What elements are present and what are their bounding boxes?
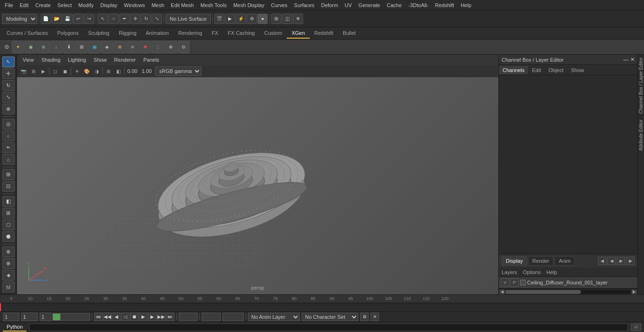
layer-tab-anim[interactable]: Anim: [554, 256, 575, 266]
undo-icon[interactable]: ↩: [73, 14, 83, 24]
move-tool[interactable]: ✛: [2, 68, 15, 79]
layer-tab-display[interactable]: Display: [502, 256, 527, 266]
universal-tool[interactable]: ⊕: [2, 104, 15, 114]
pb-play-fwd[interactable]: ▶: [139, 313, 148, 321]
live-surface-btn[interactable]: No Live Surface: [165, 14, 211, 24]
pb-play-back[interactable]: ◁: [121, 313, 130, 321]
shelf-tab-animation[interactable]: Animation: [141, 28, 173, 39]
snap-grid-tool[interactable]: ⊞: [2, 169, 15, 180]
shelf-icon-5[interactable]: ⬇: [63, 41, 75, 53]
menu-windows[interactable]: Windows: [121, 1, 148, 9]
menu-mesh-tools[interactable]: Mesh Tools: [198, 1, 229, 9]
shelf-icon-9[interactable]: ⊗: [114, 41, 126, 53]
menu-redshift[interactable]: Redshift: [432, 1, 457, 9]
vp-render-icon[interactable]: ▶: [39, 66, 48, 76]
menu-curves[interactable]: Curves: [268, 1, 290, 9]
shelf-icon-8[interactable]: ◈: [101, 41, 113, 53]
attribute-editor-tab-label[interactable]: Attribute Editor: [637, 117, 644, 154]
show-ui-icon[interactable]: ◫: [282, 14, 292, 24]
sculpt-tool[interactable]: ⌂: [2, 154, 15, 165]
start-frame-input[interactable]: [3, 313, 19, 321]
menu-generate[interactable]: Generate: [355, 1, 383, 9]
layer-tab-render[interactable]: Render: [528, 256, 553, 266]
layer-menu-options[interactable]: Options: [520, 268, 544, 276]
extra-tool-3[interactable]: ◈: [2, 270, 15, 281]
cb-tab-show[interactable]: Show: [567, 66, 588, 74]
shelf-tab-xgen[interactable]: XGen: [287, 28, 309, 39]
move-icon[interactable]: ✛: [130, 14, 140, 24]
pb-prev-key[interactable]: ◀◀: [103, 313, 112, 321]
render-icon[interactable]: 🎬: [214, 14, 224, 24]
menu-mesh-display[interactable]: Mesh Display: [231, 1, 267, 9]
shelf-tab-redshift[interactable]: Redshift: [310, 28, 338, 39]
maya-logo[interactable]: M: [2, 282, 15, 292]
menu-deform[interactable]: Deform: [318, 1, 341, 9]
vp-frame-icon[interactable]: ⊞: [29, 66, 38, 76]
menu-uv[interactable]: UV: [342, 1, 355, 9]
shelf-icon-14[interactable]: ⊖: [177, 41, 190, 53]
cb-sb-thumb[interactable]: [505, 290, 581, 294]
total-frames-input[interactable]: 200: [223, 313, 244, 321]
shelf-icon-13[interactable]: ⊕: [165, 41, 177, 53]
channel-box-tab-label[interactable]: Channel Box / Layer Editor: [637, 55, 644, 117]
rotate-icon[interactable]: ↻: [141, 14, 151, 24]
layer-nav-back[interactable]: ◀: [598, 257, 606, 265]
shelf-icon-1[interactable]: ✦: [12, 41, 24, 53]
new-file-icon[interactable]: 📄: [41, 14, 51, 24]
cb-tab-object[interactable]: Object: [545, 66, 567, 74]
freeze-icon[interactable]: ❄: [293, 14, 303, 24]
layer-menu-layers[interactable]: Layers: [499, 268, 520, 276]
xgen-tool-2[interactable]: ⬢: [2, 231, 15, 242]
shelf-tab-bullet[interactable]: Bullet: [338, 28, 361, 39]
vp-menu-view[interactable]: View: [21, 56, 36, 64]
shelf-icon-2[interactable]: ◉: [25, 41, 37, 53]
char-set-dropdown[interactable]: No Character Set: [302, 313, 358, 321]
pb-goto-end[interactable]: ⏭: [166, 313, 174, 321]
menu-surfaces[interactable]: Surfaces: [291, 1, 317, 9]
vp-menu-show[interactable]: Show: [92, 56, 109, 64]
anim-layer-dropdown[interactable]: No Anim Layer: [248, 313, 300, 321]
history-tool[interactable]: ⊞: [2, 208, 15, 219]
layer-nav-fwd2[interactable]: ▶: [626, 257, 635, 265]
cb-minimize-btn[interactable]: —: [623, 57, 628, 63]
layer-menu-help[interactable]: Help: [544, 268, 560, 276]
char-set-btn-1[interactable]: ⚙: [360, 313, 369, 321]
lasso-tool[interactable]: ○: [2, 130, 15, 141]
open-file-icon[interactable]: 📂: [51, 14, 62, 24]
shelf-tab-custom[interactable]: Custom: [260, 28, 287, 39]
shelf-tab-rendering[interactable]: Rendering: [173, 28, 207, 39]
vp-smooth-icon[interactable]: ◼: [60, 66, 70, 76]
menu-cache[interactable]: Cache: [384, 1, 405, 9]
layer-nav-fwd[interactable]: ▶: [617, 257, 625, 265]
current-frame-input[interactable]: [21, 313, 38, 321]
select-tool[interactable]: ↖: [2, 57, 15, 67]
layout-icon[interactable]: ⊞: [271, 14, 281, 24]
vp-camera-icon[interactable]: 📷: [19, 66, 28, 76]
menu-3dtall[interactable]: -3DtoAll-: [405, 1, 431, 9]
menu-help[interactable]: Help: [458, 1, 474, 9]
menu-file[interactable]: File: [2, 1, 16, 9]
sphere-preview-icon[interactable]: ●: [257, 14, 268, 24]
ipr-icon[interactable]: ▶: [225, 14, 235, 24]
rotate-tool[interactable]: ↻: [2, 80, 15, 91]
shelf-tab-polygons[interactable]: Polygons: [52, 28, 83, 39]
python-tab[interactable]: Python: [3, 323, 26, 332]
paint-icon[interactable]: ✒: [119, 14, 130, 24]
cb-tab-edit[interactable]: Edit: [528, 66, 545, 74]
menu-create[interactable]: Create: [33, 1, 54, 9]
vp-menu-panels[interactable]: Panels: [141, 56, 161, 64]
shelf-tab-rigging[interactable]: Rigging: [114, 28, 141, 39]
menu-modify[interactable]: Modify: [75, 1, 96, 9]
shelf-icon-10[interactable]: ≋: [126, 41, 139, 53]
shelf-icon-3[interactable]: ⊕: [37, 41, 50, 53]
soft-select-tool[interactable]: ◎: [2, 119, 15, 130]
vp-grid-icon[interactable]: ⊞: [104, 66, 113, 76]
frame-input-3[interactable]: [40, 313, 51, 321]
vp-menu-shading[interactable]: Shading: [40, 56, 62, 64]
vp-light-icon[interactable]: ☀: [72, 66, 82, 76]
redo-icon[interactable]: ↪: [84, 14, 94, 24]
layer-color-swatch[interactable]: [520, 280, 526, 285]
timeline-bar[interactable]: [0, 303, 644, 311]
snap-point-tool[interactable]: ⊡: [2, 181, 15, 192]
menu-select[interactable]: Select: [55, 1, 75, 9]
